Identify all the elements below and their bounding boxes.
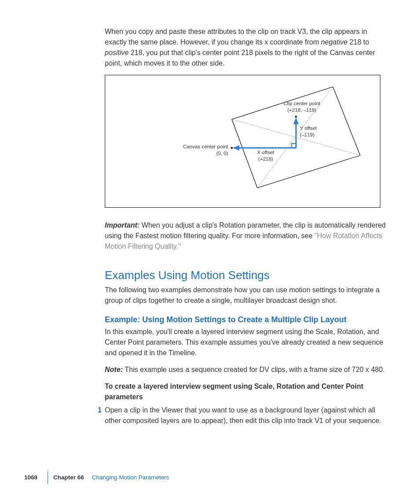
svg-point-4 <box>295 116 297 118</box>
important-paragraph: Important: When you adjust a clip's Rota… <box>105 220 389 252</box>
section-intro: The following two examples demonstrate h… <box>105 285 389 306</box>
step-1: 1 Open a clip in the Viewer that you wan… <box>105 405 389 426</box>
page-number: 1068 <box>24 473 37 482</box>
canvas-center-label-text: Canvas center point <box>183 144 228 149</box>
clip-center-value: (+218, –119) <box>287 107 317 113</box>
canvas-center-value: (0, 0) <box>216 151 228 156</box>
intro-text-2: 218 to <box>347 38 369 46</box>
intro-negative: negative <box>321 38 348 46</box>
intro-paragraph: When you copy and paste these attributes… <box>105 26 389 69</box>
note-paragraph: Note: This example uses a sequence creat… <box>105 364 389 375</box>
x-offset-label: X offset (+218) <box>257 149 274 162</box>
intro-text-3: 218, you put that clip's center point 21… <box>105 49 375 67</box>
intro-positive: positive <box>105 49 129 56</box>
page: When you copy and paste these attributes… <box>0 0 420 504</box>
chapter-label: Chapter 66 <box>53 473 84 482</box>
diagram-svg <box>105 75 380 207</box>
svg-marker-6 <box>233 145 239 151</box>
page-footer: 1068 Chapter 66 Changing Motion Paramete… <box>48 471 389 484</box>
section-heading: Examples Using Motion Settings <box>105 267 389 284</box>
diagram: Clip center point (+218, –119) Y offset … <box>105 75 380 208</box>
example-intro: In this example, you'll create a layered… <box>105 327 389 358</box>
chapter-title: Changing Motion Parameters <box>92 473 169 482</box>
clip-center-point-label: Clip center point (+218, –119) <box>284 100 320 114</box>
y-offset-text: Y offset <box>300 125 317 131</box>
x-offset-text: X offset <box>257 150 274 155</box>
important-label: Important: <box>105 221 142 229</box>
canvas-center-point-label: Canvas center point (0, 0) <box>183 143 228 157</box>
note-label: Note: <box>105 366 125 373</box>
step-number: 1 <box>98 405 102 416</box>
y-offset-value: (–119) <box>300 132 314 137</box>
svg-marker-8 <box>293 118 298 124</box>
svg-point-3 <box>231 147 232 149</box>
note-text: This example uses a sequence created for… <box>125 366 385 373</box>
clip-center-label-text: Clip center point <box>284 101 320 106</box>
step-1-text: Open a clip in the Viewer that you want … <box>105 405 389 426</box>
y-offset-label: Y offset (–119) <box>300 125 317 138</box>
example-heading: Example: Using Motion Settings to Create… <box>105 314 389 326</box>
task-heading: To create a layered interview segment us… <box>105 381 389 402</box>
x-offset-value: (+218) <box>258 156 273 162</box>
